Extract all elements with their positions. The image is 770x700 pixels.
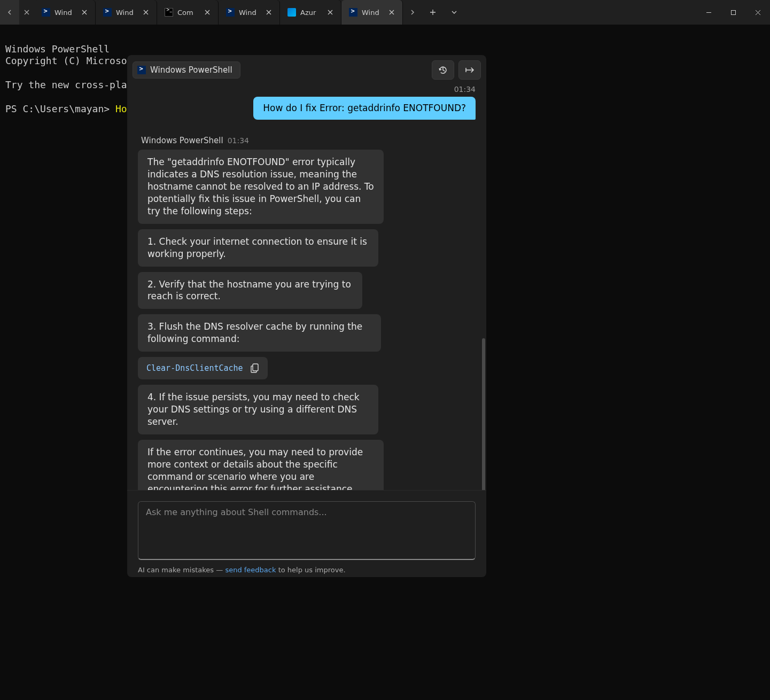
chat-input[interactable] xyxy=(138,501,476,560)
tab-close-button[interactable] xyxy=(202,7,213,18)
assistant-block-intro: The "getaddrinfo ENOTFOUND" error typica… xyxy=(138,150,384,224)
terminal-line: Copyright (C) Microso xyxy=(5,55,127,66)
new-tab-button[interactable] xyxy=(422,0,444,25)
tab-close-left-button[interactable] xyxy=(19,0,34,25)
assistant-name: Windows PowerShell xyxy=(141,136,223,145)
terminal-output[interactable]: Windows PowerShell Copyright (C) Microso… xyxy=(5,31,127,115)
tab-4[interactable]: Azur xyxy=(280,0,341,25)
ps-icon xyxy=(42,8,50,17)
maximize-button[interactable] xyxy=(721,0,745,25)
title-bar: WindWindComWindAzurWind xyxy=(0,0,770,25)
assistant-header: Windows PowerShell 01:34 xyxy=(141,136,476,145)
chat-header: Windows PowerShell xyxy=(127,55,486,83)
tab-title: Wind xyxy=(239,9,259,17)
ps-icon xyxy=(226,8,235,17)
code-text: Clear-DnsClientCache xyxy=(146,363,243,373)
svg-rect-0 xyxy=(731,10,735,14)
terminal-line: Try the new cross-pla xyxy=(5,79,127,90)
tab-close-button[interactable] xyxy=(325,7,336,18)
tab-0[interactable]: Wind xyxy=(34,0,96,25)
new-tab-dropdown-button[interactable] xyxy=(444,0,465,25)
tab-1[interactable]: Wind xyxy=(96,0,157,25)
history-icon xyxy=(438,65,448,75)
expand-button[interactable] xyxy=(458,60,481,80)
terminal-prompt: PS C:\Users\mayan> xyxy=(5,103,115,114)
user-message: How do I fix Error: getaddrinfo ENOTFOUN… xyxy=(253,97,476,120)
copy-code-button[interactable] xyxy=(251,363,259,373)
terminal-typed-command: Ho xyxy=(115,103,127,114)
terminal-line: Windows PowerShell xyxy=(5,43,110,55)
assistant-timestamp: 01:34 xyxy=(228,136,249,145)
ps-icon xyxy=(349,8,357,17)
svg-rect-1 xyxy=(253,364,258,371)
history-button[interactable] xyxy=(432,60,454,80)
minimize-button[interactable] xyxy=(696,0,721,25)
chat-body[interactable]: 01:34 How do I fix Error: getaddrinfo EN… xyxy=(127,83,486,490)
tab-scroll-right-button[interactable] xyxy=(403,0,422,25)
assistant-block-outro: If the error continues, you may need to … xyxy=(138,440,384,490)
tab-title: Wind xyxy=(362,9,382,17)
tab-title: Wind xyxy=(116,9,136,17)
user-msg-timestamp: 01:34 xyxy=(138,85,476,94)
assistant-block-step2: 2. Verify that the hostname you are tryi… xyxy=(138,272,362,309)
chat-input-area: AI can make mistakes — send feedback to … xyxy=(127,490,486,577)
azure-icon xyxy=(287,8,296,17)
assistant-message-stack: The "getaddrinfo ENOTFOUND" error typica… xyxy=(138,150,476,490)
tab-2[interactable]: Com xyxy=(157,0,219,25)
tab-scroll-left-button[interactable] xyxy=(0,0,19,25)
assistant-block-step4: 4. If the issue persists, you may need t… xyxy=(138,385,378,434)
cmd-icon xyxy=(165,8,173,17)
expand-icon xyxy=(465,67,475,73)
tab-title: Azur xyxy=(300,9,321,17)
tab-close-button[interactable] xyxy=(79,7,90,18)
chat-scrollbar-thumb[interactable] xyxy=(482,338,485,490)
chat-context-label: Windows PowerShell xyxy=(150,65,232,75)
tab-close-button[interactable] xyxy=(141,7,151,18)
tab-title: Wind xyxy=(55,9,75,17)
assistant-block-step3: 3. Flush the DNS resolver cache by runni… xyxy=(138,314,381,352)
chat-context-chip[interactable]: Windows PowerShell xyxy=(133,61,240,79)
ai-disclaimer: AI can make mistakes — send feedback to … xyxy=(138,566,476,574)
copy-icon xyxy=(251,363,259,373)
tab-close-button[interactable] xyxy=(263,7,274,18)
assistant-block-step1: 1. Check your internet connection to ens… xyxy=(138,229,378,267)
chat-panel: Windows PowerShell 01:34 How do I f xyxy=(127,55,486,577)
ps-icon xyxy=(103,8,112,17)
tabs-container: WindWindComWindAzurWind xyxy=(34,0,403,25)
window-controls xyxy=(696,0,770,25)
code-block: Clear-DnsClientCache xyxy=(138,357,268,379)
main-area: Windows PowerShell Copyright (C) Microso… xyxy=(0,25,770,700)
tab-title: Com xyxy=(177,9,198,17)
tab-close-button[interactable] xyxy=(386,7,397,18)
tab-5[interactable]: Wind xyxy=(341,0,403,25)
close-window-button[interactable] xyxy=(745,0,770,25)
powershell-icon xyxy=(137,66,146,74)
send-feedback-link[interactable]: send feedback xyxy=(225,566,276,574)
tab-3[interactable]: Wind xyxy=(219,0,280,25)
